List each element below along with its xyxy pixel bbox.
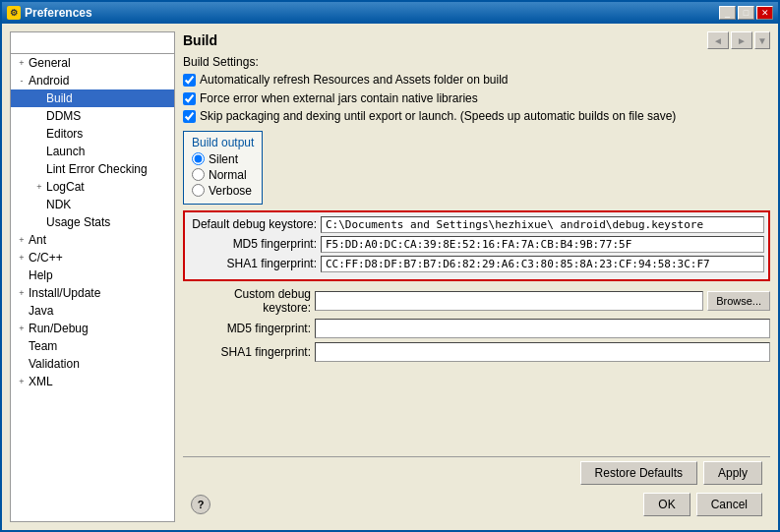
tree-label-ddms: DDMS (46, 109, 81, 123)
tree-panel: +General-AndroidBuildDDMSEditorsLaunchLi… (10, 31, 175, 522)
maximize-button[interactable]: □ (738, 6, 754, 20)
tree-item-xml[interactable]: +XML (11, 373, 174, 390)
checkbox-row-force-error: Force error when external jars contain n… (183, 91, 770, 107)
cancel-button[interactable]: Cancel (696, 493, 762, 516)
checkbox-label-force-error: Force error when external jars contain n… (200, 91, 478, 107)
radio-normal[interactable] (192, 168, 205, 181)
tree-item-ddms[interactable]: DDMS (11, 107, 174, 125)
radio-row-verbose: Verbose (192, 184, 254, 198)
tree-item-validation[interactable]: Validation (11, 355, 174, 373)
checkbox-label-auto-refresh: Automatically refresh Resources and Asse… (200, 73, 509, 89)
tree-item-usage-stats[interactable]: Usage Stats (11, 213, 174, 231)
tree-item-ant[interactable]: +Ant (11, 231, 174, 249)
tree-search-input[interactable] (11, 32, 174, 54)
radio-silent[interactable] (192, 152, 205, 165)
tree-label-build: Build (46, 91, 73, 105)
tree-label-editors: Editors (46, 127, 83, 141)
tree-label-ndk: NDK (46, 198, 71, 211)
sha1-default-label: SHA1 fingerprint: (189, 257, 317, 270)
custom-keystore-input[interactable] (315, 291, 703, 311)
tree-item-help[interactable]: Help (11, 266, 174, 284)
checkbox-force-error[interactable] (183, 92, 196, 105)
sha1-custom-label: SHA1 fingerprint: (183, 345, 311, 359)
checkbox-row-auto-refresh: Automatically refresh Resources and Asse… (183, 73, 770, 89)
sha1-custom-input[interactable] (315, 342, 770, 362)
tree-label-xml: XML (29, 375, 53, 388)
help-button[interactable]: ? (191, 495, 210, 514)
tree-label-launch: Launch (46, 145, 85, 158)
radio-label-normal: Normal (209, 168, 247, 182)
tree-toggle-android[interactable]: - (15, 74, 29, 88)
tree-label-general: General (29, 56, 71, 70)
custom-keystore-label: Custom debug keystore: (183, 287, 311, 315)
tree-toggle-general[interactable]: + (15, 56, 29, 70)
right-panel: Build ◄ ► ▼ Build Settings: Automaticall… (183, 31, 770, 522)
default-keystore-value: C:\Documents and Settings\hezhixue\ andr… (321, 216, 764, 233)
tree-label-java: Java (29, 304, 53, 318)
md5-default-row: MD5 fingerprint: F5:DD:A0:DC:CA:39:8E:52… (189, 236, 764, 253)
tree-item-team[interactable]: Team (11, 337, 174, 355)
md5-custom-row: MD5 fingerprint: (183, 319, 770, 338)
checkbox-skip-packaging[interactable] (183, 110, 196, 123)
md5-custom-input[interactable] (315, 319, 770, 338)
checkbox-row-skip-packaging: Skip packaging and dexing until export o… (183, 109, 770, 125)
radio-label-silent: Silent (209, 152, 238, 166)
tree-toggle-xml[interactable]: + (15, 375, 29, 388)
build-output-section: Build output SilentNormalVerbose (183, 131, 263, 205)
md5-default-value: F5:DD:A0:DC:CA:39:8E:52:16:FA:7A:CB:B4:9… (321, 236, 764, 253)
tree-toggle-run-debug[interactable]: + (15, 322, 29, 335)
tree-item-ndk[interactable]: NDK (11, 196, 174, 213)
radio-label-verbose: Verbose (209, 184, 252, 198)
close-button[interactable]: ✕ (756, 6, 773, 20)
tree-item-java[interactable]: Java (11, 302, 174, 320)
apply-button[interactable]: Apply (703, 461, 762, 485)
restore-defaults-button[interactable]: Restore Defaults (580, 461, 697, 485)
tree-label-android: Android (29, 74, 69, 88)
tree-item-general[interactable]: +General (11, 54, 174, 72)
back-button[interactable]: ◄ (707, 31, 729, 49)
tree-item-launch[interactable]: Launch (11, 143, 174, 160)
checkbox-label-skip-packaging: Skip packaging and dexing until export o… (200, 109, 676, 125)
tree-toggle-cplusplus[interactable]: + (15, 251, 29, 265)
radio-row-normal: Normal (192, 168, 254, 182)
tree-item-logcat[interactable]: +LogCat (11, 178, 174, 196)
md5-custom-label: MD5 fingerprint: (183, 322, 311, 335)
tree-item-run-debug[interactable]: +Run/Debug (11, 320, 174, 337)
tree-label-ant: Ant (29, 233, 46, 247)
tree-item-build[interactable]: Build (11, 89, 174, 107)
window-title: Preferences (25, 6, 92, 20)
tree-item-install-update[interactable]: +Install/Update (11, 284, 174, 302)
default-keystore-section: Default debug keystore: C:\Documents and… (183, 210, 770, 281)
sha1-default-value: CC:FF:D8:DF:B7:B7:D6:82:29:A6:C3:80:85:8… (321, 256, 764, 272)
custom-keystore-section: Custom debug keystore: Browse... MD5 fin… (183, 287, 770, 362)
panel-header: Build ◄ ► ▼ (183, 31, 770, 49)
checkbox-auto-refresh[interactable] (183, 74, 196, 87)
ok-cancel-bar: ? OK Cancel (183, 489, 770, 522)
default-keystore-row: Default debug keystore: C:\Documents and… (189, 216, 764, 233)
md5-default-label: MD5 fingerprint: (189, 237, 317, 251)
sha1-custom-row: SHA1 fingerprint: (183, 342, 770, 362)
action-bar: Restore Defaults Apply (183, 456, 770, 489)
ok-button[interactable]: OK (643, 493, 690, 516)
tree-label-logcat: LogCat (46, 180, 85, 194)
tree-label-run-debug: Run/Debug (29, 322, 89, 335)
tree-label-lint-error-checking: Lint Error Checking (46, 162, 148, 176)
tree-toggle-install-update[interactable]: + (15, 286, 29, 300)
minimize-button[interactable]: _ (719, 6, 736, 20)
tree-item-cplusplus[interactable]: +C/C++ (11, 249, 174, 266)
tree-toggle-logcat[interactable]: + (32, 180, 46, 194)
build-settings-label: Build Settings: (183, 55, 770, 69)
settings-area: Build Settings: Automatically refresh Re… (183, 55, 770, 456)
radio-verbose[interactable] (192, 184, 205, 197)
title-bar: ⚙ Preferences _ □ ✕ (2, 2, 778, 24)
window-icon: ⚙ (7, 6, 21, 20)
radio-row-silent: Silent (192, 152, 254, 166)
nav-dropdown-button[interactable]: ▼ (754, 31, 770, 49)
tree-item-android[interactable]: -Android (11, 72, 174, 89)
tree-item-editors[interactable]: Editors (11, 125, 174, 143)
tree-item-lint-error-checking[interactable]: Lint Error Checking (11, 160, 174, 178)
preferences-window: ⚙ Preferences _ □ ✕ +General-AndroidBuil… (0, 0, 780, 532)
tree-toggle-ant[interactable]: + (15, 233, 29, 247)
forward-button[interactable]: ► (731, 31, 752, 49)
browse-button[interactable]: Browse... (707, 291, 770, 311)
